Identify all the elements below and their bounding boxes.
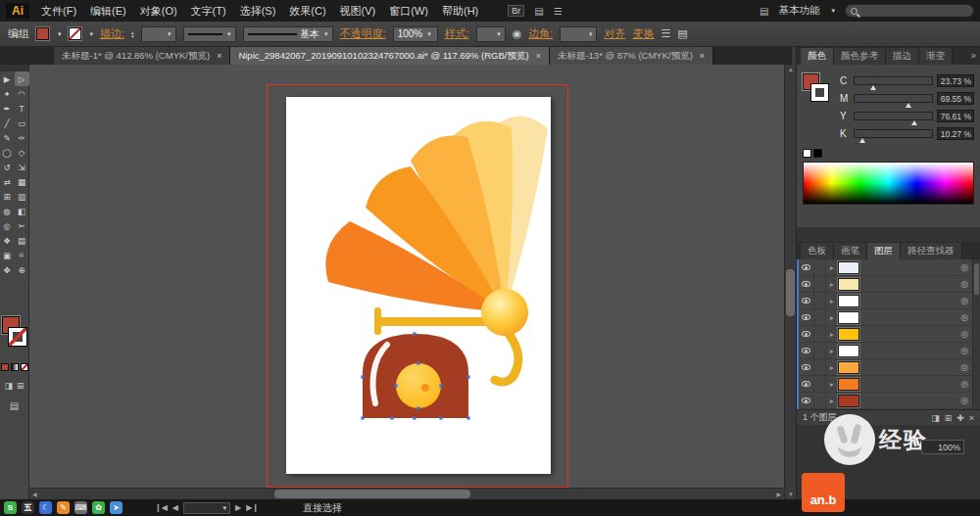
width-profile-dropdown[interactable]: ▾: [183, 26, 236, 42]
menu-item[interactable]: 选择(S): [240, 4, 276, 19]
layer-thumbnail[interactable]: [838, 378, 859, 391]
ime-toolbar-icon[interactable]: ➤: [110, 501, 122, 514]
channel-value[interactable]: 69.55 %: [937, 92, 974, 105]
tool-button[interactable]: ✑: [15, 130, 29, 145]
tool-button[interactable]: ⇲: [15, 160, 29, 174]
style-dropdown[interactable]: ▾: [476, 26, 506, 42]
expand-chevron-icon[interactable]: ▸: [826, 380, 838, 389]
close-tab-icon[interactable]: ×: [700, 51, 705, 61]
bridge-icon[interactable]: Br: [508, 5, 524, 17]
visibility-toggle[interactable]: [799, 359, 814, 375]
ime-toolbar-icon[interactable]: ☾: [39, 501, 52, 514]
ime-toolbar-icon[interactable]: ✎: [57, 501, 70, 514]
channel-slider[interactable]: [854, 76, 933, 85]
expand-chevron-icon[interactable]: ▸: [826, 330, 838, 339]
tool-button[interactable]: ✥: [0, 262, 15, 277]
canvas[interactable]: [29, 65, 784, 488]
expand-chevron-icon[interactable]: ▸: [826, 397, 838, 405]
vertical-scroll-thumb[interactable]: [786, 269, 795, 316]
layer-row[interactable]: ▸ ◎: [799, 326, 980, 343]
layer-thumbnail[interactable]: [838, 328, 859, 341]
expand-chevron-icon[interactable]: ▸: [826, 313, 838, 322]
slider-thumb-icon[interactable]: [911, 120, 917, 125]
black-swatch[interactable]: [813, 149, 822, 158]
layers-footer-icon[interactable]: ✚: [956, 413, 964, 423]
lock-toggle[interactable]: [814, 376, 826, 392]
target-icon[interactable]: ◎: [960, 396, 968, 405]
none-button[interactable]: [21, 363, 28, 371]
menu-item[interactable]: 文件(F): [41, 4, 76, 19]
ime-toolbar-icon[interactable]: S: [4, 501, 17, 514]
tool-button[interactable]: ⊞: [0, 189, 15, 204]
tool-button[interactable]: ◍: [0, 204, 15, 218]
tool-button[interactable]: ▶: [0, 71, 15, 86]
stepper-down-icon[interactable]: ▾: [131, 34, 134, 38]
target-icon[interactable]: ◎: [960, 329, 968, 339]
menu-lines-icon[interactable]: ☰: [661, 27, 670, 40]
visibility-toggle[interactable]: [799, 376, 814, 392]
corner-dropdown[interactable]: ▾: [560, 26, 597, 42]
lock-toggle[interactable]: [814, 326, 826, 342]
stroke-weight-stepper[interactable]: ▴▾: [131, 26, 134, 42]
tool-button[interactable]: T: [15, 101, 29, 116]
layer-row[interactable]: ▸ ◎: [799, 359, 980, 376]
gradient-button[interactable]: [11, 363, 19, 371]
color-button[interactable]: [1, 363, 9, 371]
horizontal-scrollbar[interactable]: ◀ ▶: [29, 488, 784, 499]
color-spectrum[interactable]: [803, 162, 974, 205]
transform-panel-link[interactable]: 变换: [632, 26, 654, 41]
expand-chevron-icon[interactable]: ▸: [826, 263, 838, 272]
layer-row[interactable]: ▸ ◎: [799, 376, 980, 393]
layers-scroll-thumb[interactable]: [974, 263, 979, 295]
white-swatch[interactable]: [803, 149, 811, 158]
visibility-toggle[interactable]: [799, 293, 814, 308]
tool-button[interactable]: ✒: [0, 101, 15, 116]
slider-thumb-icon[interactable]: [906, 103, 911, 108]
panel-tab[interactable]: 颜色参考: [834, 48, 886, 65]
brush-definition-dropdown[interactable]: 基本▾: [243, 26, 333, 42]
style-panel-link[interactable]: 样式:: [445, 26, 469, 41]
visibility-toggle[interactable]: [799, 309, 814, 325]
stroke-panel-link[interactable]: 描边:: [100, 26, 124, 41]
document-tab[interactable]: 未标题-1* @ 412.86% (CMYK/预览) ×: [54, 47, 230, 65]
tool-button[interactable]: ▭: [15, 116, 29, 130]
tool-button[interactable]: ✎: [0, 130, 15, 145]
tool-button[interactable]: ❖: [0, 233, 15, 248]
corner-link[interactable]: 边角:: [528, 26, 553, 41]
panel-tab[interactable]: 渐变: [919, 48, 953, 65]
opacity-panel-link[interactable]: 不透明度:: [340, 26, 386, 41]
ime-toolbar-icon[interactable]: 五: [22, 501, 34, 514]
menu-item[interactable]: 文字(T): [191, 4, 226, 19]
last-artboard-icon[interactable]: ▶❙: [246, 503, 259, 512]
layer-thumbnail[interactable]: [838, 361, 859, 374]
menu-item[interactable]: 对象(O): [140, 4, 177, 19]
vertical-scrollbar[interactable]: ▲ ▼: [784, 65, 796, 499]
workspace-switcher[interactable]: 基本功能: [778, 4, 819, 18]
panel-tab[interactable]: 色板: [801, 243, 834, 259]
tool-button[interactable]: ◎: [0, 218, 15, 233]
tool-button[interactable]: ╱: [0, 116, 15, 130]
layers-footer-icon[interactable]: ⊞: [945, 413, 953, 423]
menu-item[interactable]: 效果(C): [289, 4, 325, 19]
menu-item[interactable]: 帮助(H): [442, 4, 478, 19]
panel-tab[interactable]: 路径查找器: [901, 243, 962, 259]
tools-panel-header[interactable]: [0, 65, 28, 71]
next-artboard-icon[interactable]: ▶: [235, 503, 241, 512]
target-icon[interactable]: ◎: [960, 262, 968, 272]
target-icon[interactable]: ◎: [960, 346, 968, 355]
ime-toolbar-icon[interactable]: ⌨: [74, 501, 87, 514]
scroll-right-icon[interactable]: ▶: [776, 491, 781, 497]
channel-value[interactable]: 23.73 %: [937, 74, 974, 87]
channel-value[interactable]: 76.61 %: [937, 110, 974, 122]
slider-thumb-icon[interactable]: [870, 85, 876, 90]
layer-thumbnail[interactable]: [838, 295, 859, 307]
lock-toggle[interactable]: [814, 259, 826, 275]
stroke-color-swatch[interactable]: [69, 27, 81, 40]
tool-button[interactable]: ◯: [0, 145, 15, 160]
tool-button[interactable]: ▣: [0, 248, 15, 262]
expand-chevron-icon[interactable]: ▸: [826, 297, 838, 305]
lock-toggle[interactable]: [814, 309, 826, 325]
target-icon[interactable]: ◎: [960, 362, 968, 372]
lock-toggle[interactable]: [814, 343, 826, 358]
channel-slider[interactable]: [854, 129, 933, 138]
